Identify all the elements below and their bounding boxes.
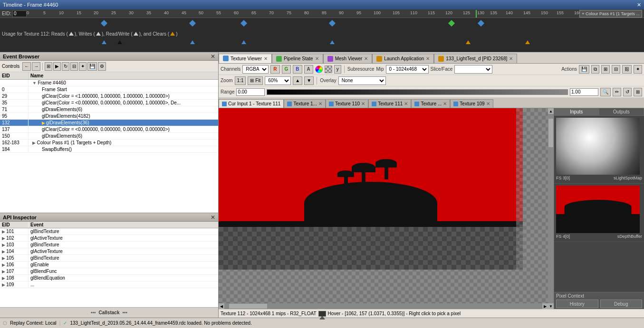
thumbnail-item-1[interactable]: FS 3[0] sLightSpotMap (554, 116, 644, 184)
table-row[interactable]: 162-183 ▶ Colour Pass #1 (1 Targets + De… (0, 140, 218, 146)
actions-btn2[interactable]: ⊟ (612, 65, 620, 74)
event-browser-close[interactable]: ✕ (211, 53, 215, 60)
range-min-input[interactable] (236, 88, 265, 96)
scroll-thumb[interactable] (548, 119, 553, 147)
api-row[interactable]: ▶106 glEnable (0, 262, 218, 268)
channel-g-button[interactable]: G (282, 65, 291, 74)
api-row[interactable]: ▶107 glBlendFunc (0, 268, 218, 275)
table-row[interactable]: 95 glDrawElements(4182) (0, 113, 218, 120)
api-row[interactable]: ▶109 ... (0, 281, 218, 288)
eid-input[interactable] (12, 10, 27, 17)
table-row[interactable]: 35 glClear(Color = <0.000000, 0.000000, … (0, 100, 218, 106)
subtab-texture110[interactable]: Texture 110 ✕ (326, 99, 368, 108)
color-wheel[interactable] (315, 66, 323, 73)
zoom-fit[interactable]: ⊞ Fit (248, 76, 263, 85)
tab-light-test[interactable]: 133_LightTest_d [PID 23268] ✕ (434, 54, 517, 63)
subtab-texture1[interactable]: Texture 1... ✕ (284, 99, 325, 108)
tab-texture-viewer[interactable]: Texture Viewer ✕ (219, 54, 272, 63)
subtab-t109-close[interactable]: ✕ (486, 101, 490, 106)
actions-link[interactable]: ⛓ (622, 65, 632, 74)
range-reset[interactable]: ↺ (623, 88, 632, 96)
api-row[interactable]: ▶104 glActiveTexture (0, 248, 218, 255)
subtab-texture111[interactable]: Texture 111 ✕ (368, 99, 411, 108)
filter-button[interactable]: ⚙ (98, 62, 106, 71)
forward-button[interactable]: → (32, 62, 40, 71)
y-button[interactable]: y (334, 65, 341, 74)
play-button[interactable]: ▶ (53, 62, 61, 71)
scroll-up-arrow[interactable]: ▲ (548, 108, 554, 114)
table-row[interactable]: 29 glClear(Color = <1.000000, 1.000000, … (0, 93, 218, 100)
viewer-toolbar: Channels RGBA R G B A y Subresource Mip … (219, 64, 644, 75)
tab-close-lighttest[interactable]: ✕ (509, 56, 513, 61)
subtab-tdots-close[interactable]: ✕ (443, 101, 447, 106)
inputs-tab[interactable]: Inputs (554, 108, 599, 115)
thumbnail-item-2[interactable]: FS 4[0] sDepthBuffer (554, 184, 644, 242)
actions-btn1[interactable]: ⊞ (601, 65, 610, 74)
subtab-t110-close[interactable]: ✕ (361, 101, 365, 106)
zoom-select[interactable]: 60% (265, 76, 291, 85)
scroll-right-arrow[interactable]: ▶ (542, 303, 548, 309)
scroll-left-arrow[interactable]: ◀ (219, 303, 224, 309)
alpha-checkerboard[interactable] (325, 66, 332, 73)
tab-close-launch[interactable]: ✕ (426, 56, 430, 61)
callstack-label: Callstack (99, 310, 120, 315)
api-inspector-close[interactable]: ✕ (211, 214, 215, 221)
colour-pass-button[interactable]: + Colour Pass #1 (1 Targets ... (579, 10, 642, 18)
zoom-1-1[interactable]: 1:1 (235, 76, 246, 85)
table-row-selected[interactable]: 132 ▶ glDrawElements(36) (0, 120, 218, 126)
texture-scrollbar-v[interactable]: ▲ ▼ (548, 108, 554, 309)
tab-close-mesh[interactable]: ✕ (364, 56, 368, 61)
api-row[interactable]: ▶103 glBindTexture (0, 242, 218, 248)
title-bar-close[interactable]: ✕ (637, 2, 641, 8)
table-row[interactable]: 0 Frame Start (0, 86, 218, 93)
zoom-up[interactable]: ▲ (293, 76, 302, 85)
channel-b-button[interactable]: B (293, 65, 302, 74)
step-button[interactable]: ⊟ (70, 62, 78, 71)
mip-select[interactable]: 0 - 1024x468 (386, 65, 429, 74)
overlay-select[interactable]: None (338, 76, 386, 85)
range-max-input[interactable] (570, 88, 598, 96)
tab-pipeline-state[interactable]: Pipeline State ✕ (272, 54, 323, 63)
settings-button[interactable]: ✦ (79, 62, 87, 71)
subtab-cur-input[interactable]: Cur Input 1 - Texture 111 (219, 99, 284, 108)
debug-button[interactable]: Debug (600, 300, 643, 308)
loop-button[interactable]: ↻ (62, 62, 69, 71)
table-row[interactable]: 137 glClear(Color = <0.000000, 0.000000,… (0, 126, 218, 133)
subtab-texture109[interactable]: Texture 109 ✕ (450, 99, 493, 108)
channels-select[interactable]: RGBA (242, 65, 269, 74)
texture-viewport[interactable]: ▲ ▼ ◀ ▶ (219, 108, 554, 309)
subtab-t1-close[interactable]: ✕ (318, 101, 322, 106)
range-zoom[interactable]: 🔍 (600, 88, 611, 96)
save-button[interactable]: 💾 (87, 62, 97, 71)
actions-settings[interactable]: ✦ (634, 65, 642, 74)
api-row[interactable]: ▶105 glBindTexture (0, 255, 218, 262)
api-row[interactable]: ▶101 glBindTexture (0, 228, 218, 235)
table-row[interactable]: ▼ Frame #4460 (0, 80, 218, 86)
scroll-down-arrow[interactable]: ▼ (548, 303, 554, 309)
zoom-down[interactable]: ▼ (304, 76, 314, 85)
tab-close-pipeline[interactable]: ✕ (315, 56, 319, 61)
tab-close-texture[interactable]: ✕ (264, 56, 268, 61)
outputs-tab[interactable]: Outputs (599, 108, 644, 115)
history-button[interactable]: History (556, 300, 598, 308)
subtab-texture-dots[interactable]: Texture ... ✕ (411, 99, 450, 108)
table-row[interactable]: 150 glDrawElements(6) (0, 133, 218, 140)
channel-a-button[interactable]: A (304, 65, 313, 74)
tab-launch-application[interactable]: Launch Application ✕ (372, 54, 434, 63)
range-auto[interactable]: ⊞ (634, 88, 642, 96)
actions-copy[interactable]: ⧉ (591, 65, 599, 74)
texture-scrollbar-h[interactable]: ◀ ▶ (219, 303, 548, 309)
subtab-t111-close[interactable]: ✕ (404, 101, 408, 106)
bookmark-button[interactable]: ⊞ (45, 62, 52, 71)
tab-mesh-viewer[interactable]: Mesh Viewer ✕ (323, 54, 373, 63)
table-row[interactable]: 184 SwapBuffers() (0, 146, 218, 153)
api-row[interactable]: ▶108 glBlendEquation (0, 275, 218, 281)
table-row[interactable]: 71 glDrawElements(6) (0, 106, 218, 113)
channel-r-button[interactable]: R (270, 65, 279, 74)
scroll-hthumb[interactable] (229, 304, 267, 309)
sliceface-select[interactable] (454, 65, 492, 74)
api-row[interactable]: ▶102 glActiveTexture (0, 235, 218, 242)
range-pick[interactable]: ✏ (613, 88, 621, 96)
back-button[interactable]: ← (22, 62, 31, 71)
actions-save[interactable]: 💾 (579, 65, 589, 74)
